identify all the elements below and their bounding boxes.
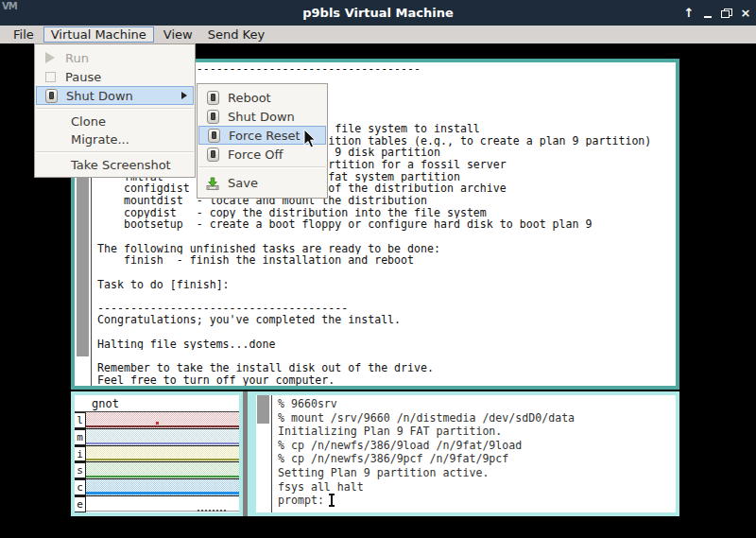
- stats-graph-context: [86, 479, 239, 495]
- terminal-line: % cp /n/newfs/386/9load /n/9fat/9load: [278, 439, 674, 453]
- console-line: [97, 326, 674, 338]
- submenu-item-reboot[interactable]: Reboot: [198, 88, 326, 107]
- console-line: [97, 231, 674, 243]
- menu-virtual-machine[interactable]: Virtual Machine: [43, 26, 154, 43]
- terminal-line: % 9660srv: [278, 397, 674, 411]
- terminal-scrollbar-divider: [271, 395, 272, 512]
- reboot-icon: [205, 91, 220, 105]
- console-line: configdist - choose the source of the di…: [97, 182, 674, 195]
- window-title: p9bls Virtual Machine: [302, 6, 454, 20]
- mouse-cursor-icon: [303, 129, 318, 153]
- stats-label: c: [75, 479, 86, 495]
- terminal-prompt-line: prompt:: [278, 494, 674, 508]
- menu-item-pause[interactable]: Pause: [36, 67, 194, 86]
- stats-graph-load: [86, 412, 239, 428]
- menu-separator: [36, 108, 194, 110]
- submenu-item-save[interactable]: Save: [198, 171, 326, 195]
- menu-item-shut-down[interactable]: Shut Down: [36, 86, 194, 105]
- stats-graph-syscall: [86, 462, 239, 478]
- app-icon: VM: [2, 1, 17, 11]
- terminal-text: % 9660srv% mount /srv/9660 /n/distmedia …: [278, 397, 674, 512]
- titlebar: VM p9bls Virtual Machine ↑ ×: [0, 0, 756, 26]
- shade-icon[interactable]: ↑: [682, 6, 696, 21]
- stats-row-syscall: s: [75, 462, 239, 479]
- stats-graph-intr: [86, 446, 239, 462]
- console-line: [97, 290, 674, 303]
- stats-row-load: l: [75, 412, 239, 429]
- stats-label: s: [75, 462, 86, 478]
- stats-label: l: [75, 412, 86, 428]
- terminal-line: Setting Plan 9 partition active.: [278, 466, 674, 480]
- force-reset-icon: [206, 129, 221, 143]
- stats-row-intr: i: [75, 446, 239, 463]
- window-controls: ↑ ×: [682, 0, 752, 26]
- stats-graph-mem: [86, 429, 239, 445]
- stats-label: m: [75, 429, 86, 445]
- terminal-line: % mount /srv/9660 /n/distmedia /dev/sdD0…: [278, 411, 674, 425]
- menu-item-run[interactable]: Run: [36, 48, 194, 67]
- menu-file[interactable]: File: [6, 26, 42, 43]
- stats-row-context: c: [75, 479, 239, 496]
- menu-view[interactable]: View: [156, 26, 200, 43]
- submenu-item-shut-down[interactable]: Shut Down: [198, 107, 326, 126]
- run-icon: [43, 52, 58, 63]
- terminal-line: % cp /n/newfs/386/9pcf /n/9fat/9pcf: [278, 452, 674, 466]
- console-line: Congratulations; you've completed the in…: [97, 314, 674, 326]
- terminal-line: fsys all halt: [278, 480, 674, 495]
- terminal-line: Initializing Plan 9 FAT partition.: [278, 425, 674, 439]
- console-line: [97, 267, 674, 279]
- console-line: mountdist - locate and mount the distrib…: [97, 195, 674, 207]
- console-line: --------------------------------------: [97, 303, 674, 315]
- close-icon[interactable]: ×: [739, 6, 752, 21]
- stats-row-ether: e: [75, 496, 239, 512]
- console-line: Task to do [finish]:: [97, 279, 674, 291]
- menubar: File Virtual Machine View Send Key: [0, 26, 756, 43]
- text-cursor: [331, 495, 333, 506]
- console-line: Remember to take the install disk out of…: [97, 362, 674, 374]
- console-line: bootsetup - create a boot floppy or conf…: [97, 218, 674, 231]
- stats-label: e: [75, 496, 86, 512]
- submenu-arrow-icon: [181, 92, 187, 99]
- console-line: [97, 350, 674, 362]
- stats-graph-ether: [86, 496, 239, 512]
- terminal-window: % 9660srv% mount /srv/9660 /n/distmedia …: [248, 391, 679, 516]
- menu-separator: [36, 151, 194, 153]
- pause-checkbox-icon: [43, 72, 58, 82]
- terminal-scrollbar: [257, 395, 269, 424]
- stats-row-mem: m: [75, 429, 239, 446]
- console-line: finish - finish the installation and reb…: [97, 254, 674, 267]
- menu-separator: [198, 166, 326, 168]
- force-off-icon: [205, 148, 220, 162]
- console-line: copydist - copy the distribution into th…: [97, 207, 674, 219]
- console-line: Feel free to turn off your computer.: [97, 374, 674, 386]
- menu-item-take-screenshot[interactable]: Take Screenshot: [36, 156, 194, 174]
- stats-label: i: [75, 446, 86, 462]
- shutdown-icon: [43, 89, 59, 103]
- console-line: The following unfinished tasks are ready…: [97, 243, 674, 255]
- stats-window: gnot l m i s c e: [71, 391, 243, 516]
- virtual-machine-menu: Run Pause Shut Down Clone Migrate... Tak…: [34, 43, 196, 178]
- minimize-icon[interactable]: [701, 6, 714, 21]
- menu-item-migrate[interactable]: Migrate...: [36, 130, 194, 148]
- console-line: Halting file systems...done: [97, 338, 674, 351]
- shutdown-icon: [205, 110, 220, 124]
- menu-item-clone[interactable]: Clone: [36, 113, 194, 130]
- maximize-icon[interactable]: [720, 6, 733, 21]
- rio-desktop: gnot l m i s c e: [71, 391, 679, 516]
- save-icon: [205, 176, 220, 191]
- menu-send-key[interactable]: Send Key: [200, 26, 272, 43]
- stats-title: gnot: [75, 395, 239, 412]
